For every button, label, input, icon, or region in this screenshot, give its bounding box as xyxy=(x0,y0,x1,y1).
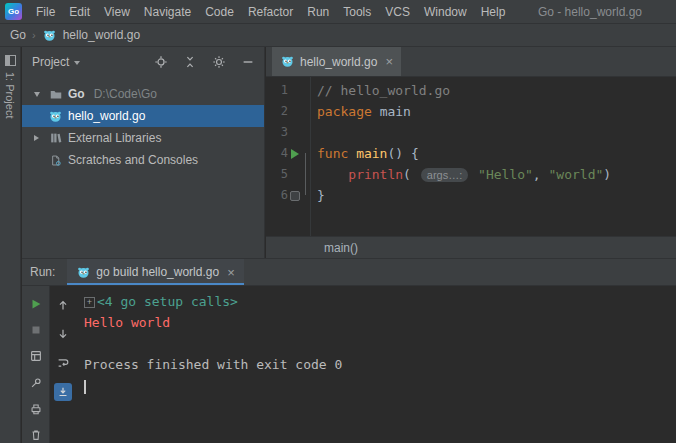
menu-bar: Go File Edit View Navigate Code Refactor… xyxy=(0,0,676,24)
editor-breadcrumb-bar: main() xyxy=(266,236,676,258)
menu-vcs[interactable]: VCS xyxy=(378,2,417,22)
goland-logo-icon: Go xyxy=(5,3,22,20)
menu-navigate[interactable]: Navigate xyxy=(137,2,198,22)
expand-fold-icon[interactable]: + xyxy=(84,297,95,308)
code-line-text: package main xyxy=(310,101,411,122)
line-number: 6 xyxy=(266,185,288,206)
code-line-text: } xyxy=(310,185,325,206)
down-stack-trace-icon[interactable] xyxy=(54,325,72,343)
code-line-text: func main() { xyxy=(310,143,419,164)
restore-layout-icon[interactable] xyxy=(27,349,45,364)
tree-file-label: hello_world.go xyxy=(68,109,145,123)
menu-run[interactable]: Run xyxy=(300,2,336,22)
line-number: 3 xyxy=(266,122,288,143)
breadcrumb-project[interactable]: Go xyxy=(10,28,26,42)
up-stack-trace-icon[interactable] xyxy=(54,296,72,314)
tree-row-file-selected[interactable]: hello_world.go xyxy=(22,105,264,127)
project-panel-title: Project xyxy=(32,55,69,69)
hide-panel-icon[interactable] xyxy=(240,54,256,70)
close-tab-icon[interactable]: × xyxy=(385,55,393,68)
menu-tools[interactable]: Tools xyxy=(336,2,378,22)
console-line: Process finished with exit code 0 xyxy=(84,354,676,375)
chevron-right-icon: › xyxy=(32,29,36,41)
collapsed-caret-icon[interactable] xyxy=(30,135,43,141)
project-tool-window-button[interactable]: 1: Project xyxy=(0,47,20,118)
tree-row-external-libraries[interactable]: External Libraries xyxy=(22,127,264,149)
line-number: 5 xyxy=(266,164,288,185)
console-toolbar xyxy=(49,286,76,443)
breadcrumb-file[interactable]: hello_world.go xyxy=(63,28,140,42)
collapse-all-icon[interactable] xyxy=(182,54,198,70)
pin-tab-icon[interactable] xyxy=(27,375,45,390)
menu-help[interactable]: Help xyxy=(474,2,513,22)
expanded-caret-icon[interactable] xyxy=(30,92,43,97)
close-tab-icon[interactable]: × xyxy=(227,266,235,279)
code-line[interactable]: 2package main xyxy=(266,101,676,122)
gutter-separator xyxy=(310,77,311,236)
tree-external-libraries-label: External Libraries xyxy=(68,131,161,145)
tree-scratches-label: Scratches and Consoles xyxy=(68,153,198,167)
tree-root-path: D:\Code\Go xyxy=(94,87,157,101)
console-line xyxy=(84,375,676,396)
menu-refactor[interactable]: Refactor xyxy=(241,2,300,22)
fold-end-gutter-icon[interactable] xyxy=(290,191,300,201)
console-line: Hello world xyxy=(84,312,676,333)
breadcrumb-main-function[interactable]: main() xyxy=(324,241,358,255)
tree-row-root[interactable]: Go D:\Code\Go xyxy=(22,83,264,105)
code-editor[interactable]: 1// hello_world.go2package main34func ma… xyxy=(266,77,676,236)
libraries-icon xyxy=(48,131,63,146)
run-tab-label: go build hello_world.go xyxy=(96,265,219,279)
project-panel: Project Go D:\Code\Go xyxy=(22,47,265,258)
editor-tab-hello-world[interactable]: hello_world.go × xyxy=(272,47,401,76)
window-title: Go - hello_world.go xyxy=(538,5,676,19)
console-caret xyxy=(84,380,86,394)
print-icon[interactable] xyxy=(27,401,45,416)
scratches-icon xyxy=(48,153,63,168)
code-lines: 1// hello_world.go2package main34func ma… xyxy=(266,80,676,206)
go-file-icon xyxy=(76,265,91,280)
menu-file[interactable]: File xyxy=(29,2,62,22)
code-line-text: // hello_world.go xyxy=(310,80,450,101)
clear-console-icon[interactable] xyxy=(27,428,45,443)
tree-root-label: Go xyxy=(68,87,85,101)
go-file-icon xyxy=(42,28,57,43)
editor-tab-label: hello_world.go xyxy=(300,55,377,69)
editor-area: hello_world.go × 1// hello_world.go2pack… xyxy=(266,47,676,258)
parameter-hint: args…: xyxy=(421,168,468,182)
scroll-to-end-icon[interactable] xyxy=(54,383,72,401)
console-output[interactable]: +<4 go setup calls>Hello worldProcess fi… xyxy=(76,286,676,443)
folder-icon xyxy=(48,87,63,102)
menu-edit[interactable]: Edit xyxy=(62,2,97,22)
tree-row-scratches[interactable]: Scratches and Consoles xyxy=(22,149,264,171)
go-file-icon xyxy=(280,54,295,69)
editor-tab-bar: hello_world.go × xyxy=(266,47,676,77)
code-line[interactable]: 4func main() { xyxy=(266,143,676,164)
code-line[interactable]: 5 println( args…: "Hello", "world") xyxy=(266,164,676,185)
soft-wrap-icon[interactable] xyxy=(54,354,72,372)
settings-gear-icon[interactable] xyxy=(211,54,227,70)
breadcrumb: Go › hello_world.go xyxy=(0,24,676,47)
code-line[interactable]: 1// hello_world.go xyxy=(266,80,676,101)
project-tool-window-label: 1: Project xyxy=(4,72,16,118)
locate-file-icon[interactable] xyxy=(153,54,169,70)
run-header: Run: go build hello_world.go × xyxy=(22,259,676,286)
run-tab-go-build[interactable]: go build hello_world.go × xyxy=(67,259,243,285)
project-panel-header: Project xyxy=(22,47,264,77)
menu-view[interactable]: View xyxy=(97,2,137,22)
stop-icon[interactable] xyxy=(27,322,45,337)
project-tree: Go D:\Code\Go hello_world.go External Li… xyxy=(22,77,264,171)
rerun-icon[interactable] xyxy=(27,296,45,311)
go-file-icon xyxy=(48,109,63,124)
fold-region-line xyxy=(305,153,306,195)
project-header-icons xyxy=(153,54,256,70)
run-tool-window: Run: go build hello_world.go × xyxy=(22,258,676,443)
menu-code[interactable]: Code xyxy=(198,2,241,22)
code-line[interactable]: 6} xyxy=(266,185,676,206)
code-line[interactable]: 3 xyxy=(266,122,676,143)
project-view-dropdown[interactable]: Project xyxy=(32,55,80,69)
console-line: +<4 go setup calls> xyxy=(84,291,676,312)
menu-window[interactable]: Window xyxy=(417,2,474,22)
chevron-down-icon xyxy=(74,61,80,65)
run-main-gutter-icon[interactable] xyxy=(291,149,299,159)
tool-window-icon xyxy=(5,55,16,66)
